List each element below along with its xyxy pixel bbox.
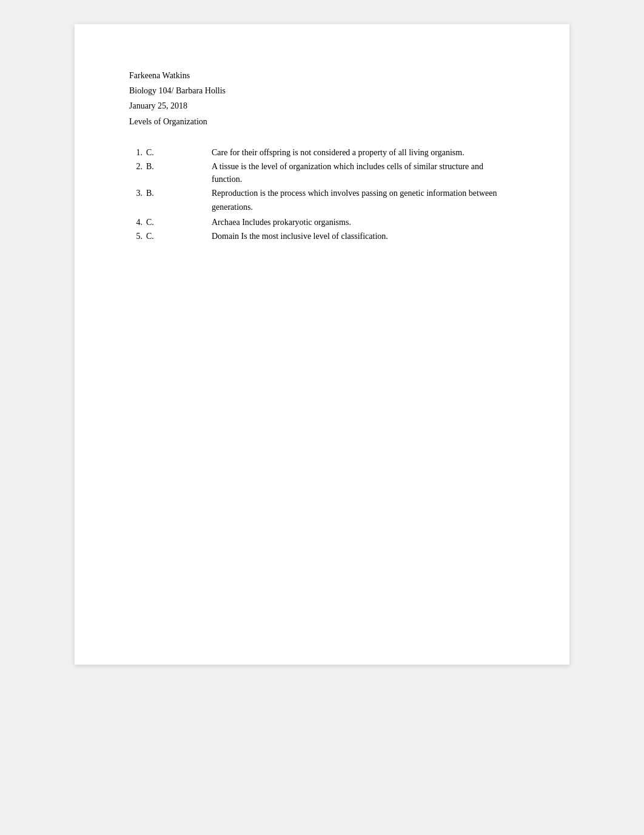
list-item: 4. C. Archaea Includes prokaryotic organ… — [129, 216, 515, 229]
item-number: 2. — [129, 160, 146, 173]
list-item: 1. C. Care for their offspring is not co… — [129, 146, 515, 159]
item-text: Archaea Includes prokaryotic organisms. — [212, 216, 515, 229]
course-line: Biology 104/ Barbara Hollis — [129, 83, 515, 98]
list-item: 3. B. Reproduction is the process which … — [129, 187, 515, 200]
continuation-text: generations. — [129, 201, 515, 213]
answer-list-continued: 4. C. Archaea Includes prokaryotic organ… — [129, 216, 515, 243]
item-text: Domain Is the most inclusive level of cl… — [212, 230, 515, 243]
item-number: 5. — [129, 230, 146, 243]
item-text: Reproduction is the process which involv… — [212, 187, 515, 200]
list-item: 5. C. Domain Is the most inclusive level… — [129, 230, 515, 243]
item-number: 3. — [129, 187, 146, 200]
item-letter: B. — [146, 160, 163, 173]
date-line: January 25, 2018 — [129, 98, 515, 113]
document-page: Farkeena Watkins Biology 104/ Barbara Ho… — [75, 24, 569, 665]
item-letter: C. — [146, 146, 163, 159]
item-letter: B. — [146, 187, 163, 200]
answer-list: 1. C. Care for their offspring is not co… — [129, 146, 515, 200]
author-line: Farkeena Watkins — [129, 68, 515, 83]
item-text: A tissue is the level of organization wh… — [212, 160, 515, 186]
content-area: 1. C. Care for their offspring is not co… — [129, 146, 515, 243]
item-number: 4. — [129, 216, 146, 229]
header-block: Farkeena Watkins Biology 104/ Barbara Ho… — [129, 68, 515, 129]
item-text: Care for their offspring is not consider… — [212, 146, 515, 159]
list-item: 2. B. A tissue is the level of organizat… — [129, 160, 515, 186]
item-letter: C. — [146, 230, 163, 243]
item-number: 1. — [129, 146, 146, 159]
document-title: Levels of Organization — [129, 114, 515, 129]
item-letter: C. — [146, 216, 163, 229]
